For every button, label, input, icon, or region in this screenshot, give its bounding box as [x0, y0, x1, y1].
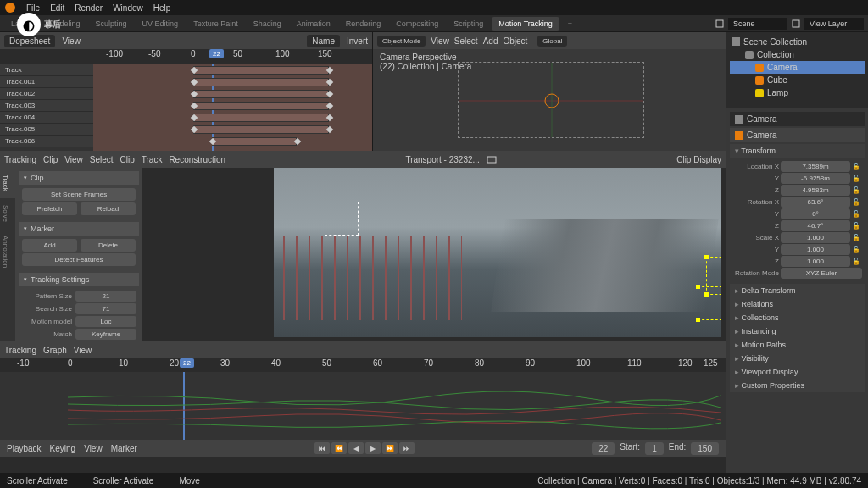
play-reverse-button[interactable]: ◀: [348, 442, 364, 454]
motion-model-select[interactable]: Loc: [75, 316, 136, 327]
folder-icon[interactable]: [487, 154, 497, 164]
dopesheet-timeline[interactable]: [93, 64, 372, 151]
clip-mode[interactable]: Tracking: [4, 155, 36, 164]
visibility-section[interactable]: Visibility: [730, 352, 865, 365]
tab-texture[interactable]: Texture Paint: [186, 17, 245, 30]
reload-button[interactable]: Reload: [81, 202, 136, 215]
tab-shading[interactable]: Shading: [247, 17, 288, 30]
outliner-lamp[interactable]: Lamp: [767, 88, 788, 97]
scale-y-input[interactable]: 1.000: [781, 244, 850, 255]
clip-view-area[interactable]: [142, 151, 726, 341]
viewport-mode[interactable]: Object Mode: [377, 36, 426, 47]
scale-z-input[interactable]: 1.000: [781, 256, 850, 267]
vtab-solve[interactable]: Solve: [0, 198, 15, 229]
search-size-input[interactable]: 71: [75, 303, 136, 314]
track-row[interactable]: Track.004: [0, 112, 93, 124]
transform-section[interactable]: Transform: [730, 144, 865, 158]
clip-view-menu[interactable]: View: [64, 155, 83, 164]
menu-window[interactable]: Window: [113, 3, 143, 13]
tab-compositing[interactable]: Compositing: [389, 17, 445, 30]
jump-start-button[interactable]: ⏮: [314, 442, 330, 454]
clip-submode[interactable]: Clip: [43, 155, 58, 164]
menu-edit[interactable]: Edit: [50, 3, 64, 13]
vp-select-menu[interactable]: Select: [454, 36, 478, 46]
tab-sculpting[interactable]: Sculpting: [89, 17, 134, 30]
keying-menu[interactable]: Keying: [50, 444, 76, 453]
graph-mode[interactable]: Tracking: [4, 346, 36, 355]
keyframe-next-button[interactable]: ⏩: [382, 442, 398, 454]
marker-delete-button[interactable]: Delete: [81, 239, 136, 252]
panel-tracking-title[interactable]: Tracking Settings: [19, 273, 139, 286]
3d-viewport-area[interactable]: Camera Perspective(22) Collection | Came…: [373, 49, 726, 151]
outliner-collection[interactable]: Collection: [757, 50, 794, 59]
track-row[interactable]: Track.003: [0, 100, 93, 112]
rotation-z-input[interactable]: 46.7°: [781, 220, 850, 231]
clip-clip-menu[interactable]: Clip: [120, 155, 135, 164]
pb-view-menu[interactable]: View: [84, 444, 103, 453]
location-z-input[interactable]: 4.9583m: [781, 185, 850, 196]
instancing-section[interactable]: Instancing: [730, 324, 865, 338]
prefetch-button[interactable]: Prefetch: [22, 202, 77, 215]
current-frame-input[interactable]: 22: [592, 442, 615, 455]
relations-section[interactable]: Relations: [730, 297, 865, 311]
track-row[interactable]: Track.006: [0, 136, 93, 147]
clip-select-menu[interactable]: Select: [90, 155, 114, 164]
dopesheet-view-menu[interactable]: View: [62, 36, 81, 46]
play-button[interactable]: ▶: [365, 442, 381, 454]
outliner-cube[interactable]: Cube: [767, 75, 787, 85]
scale-x-input[interactable]: 1.000: [781, 232, 850, 243]
vp-orientation[interactable]: Global: [537, 36, 567, 47]
set-scene-frames-button[interactable]: Set Scene Frames: [22, 188, 136, 201]
menu-render[interactable]: Render: [75, 3, 103, 13]
vp-object-menu[interactable]: Object: [503, 36, 527, 46]
tab-add[interactable]: +: [561, 17, 579, 30]
clip-track-menu[interactable]: Track: [142, 155, 163, 164]
track-row[interactable]: Track.002: [0, 88, 93, 100]
vp-view-menu[interactable]: View: [431, 36, 449, 46]
end-frame-input[interactable]: 150: [691, 442, 719, 455]
jump-end-button[interactable]: ⏭: [399, 442, 415, 454]
clip-filename[interactable]: Transport - 23232...: [405, 155, 479, 164]
dopesheet-name-field[interactable]: Name: [307, 35, 340, 47]
delta-transform-section[interactable]: Delta Transform: [730, 284, 865, 297]
scene-name-input[interactable]: [728, 18, 787, 30]
vtab-annotation[interactable]: Annotation: [0, 229, 15, 274]
menu-help[interactable]: Help: [153, 3, 171, 13]
motion-paths-section[interactable]: Motion Paths: [730, 338, 865, 352]
clip-reconstruction-menu[interactable]: Reconstruction: [169, 155, 225, 164]
vp-add-menu[interactable]: Add: [483, 36, 498, 46]
match-select[interactable]: Keyframe: [75, 329, 136, 340]
detect-features-button[interactable]: Detect Features: [22, 253, 136, 266]
start-frame-input[interactable]: 1: [645, 442, 664, 455]
panel-clip-title[interactable]: Clip: [19, 171, 139, 185]
pb-marker-menu[interactable]: Marker: [111, 444, 137, 453]
vtab-track[interactable]: Track: [0, 168, 15, 198]
panel-marker-title[interactable]: Marker: [19, 222, 139, 236]
rotation-x-input[interactable]: 63.6°: [781, 197, 850, 208]
tab-motion-tracking[interactable]: Motion Tracking: [492, 17, 559, 30]
track-row[interactable]: Track.005: [0, 124, 93, 136]
pattern-size-input[interactable]: 21: [75, 291, 136, 302]
graph-submode[interactable]: Graph: [43, 346, 67, 355]
dopesheet-invert[interactable]: Invert: [347, 36, 368, 46]
track-row[interactable]: Track.001: [0, 76, 93, 88]
tab-scripting[interactable]: Scripting: [447, 17, 490, 30]
track-row[interactable]: Track: [0, 64, 93, 76]
menu-file[interactable]: File: [26, 3, 40, 13]
rotation-mode-select[interactable]: XYZ Euler: [781, 268, 862, 279]
clip-display[interactable]: Clip Display: [676, 155, 721, 164]
graph-view-menu[interactable]: View: [74, 346, 92, 355]
tab-rendering[interactable]: Rendering: [339, 17, 388, 30]
rotation-y-input[interactable]: 0°: [781, 208, 850, 219]
tab-animation[interactable]: Animation: [290, 17, 337, 30]
view-layer-input[interactable]: [804, 18, 864, 30]
outliner-camera[interactable]: Camera: [767, 63, 798, 72]
playback-menu[interactable]: Playback: [7, 444, 42, 453]
graph-area[interactable]: [0, 372, 726, 440]
keyframe-prev-button[interactable]: ⏪: [331, 442, 347, 454]
dopesheet-ruler[interactable]: -100 -50 0 22 50 100 150: [0, 49, 372, 64]
viewport-display-section[interactable]: Viewport Display: [730, 365, 865, 379]
location-y-input[interactable]: -6.9258m: [781, 173, 850, 184]
custom-properties-section[interactable]: Custom Properties: [730, 379, 865, 392]
collections-section[interactable]: Collections: [730, 311, 865, 324]
